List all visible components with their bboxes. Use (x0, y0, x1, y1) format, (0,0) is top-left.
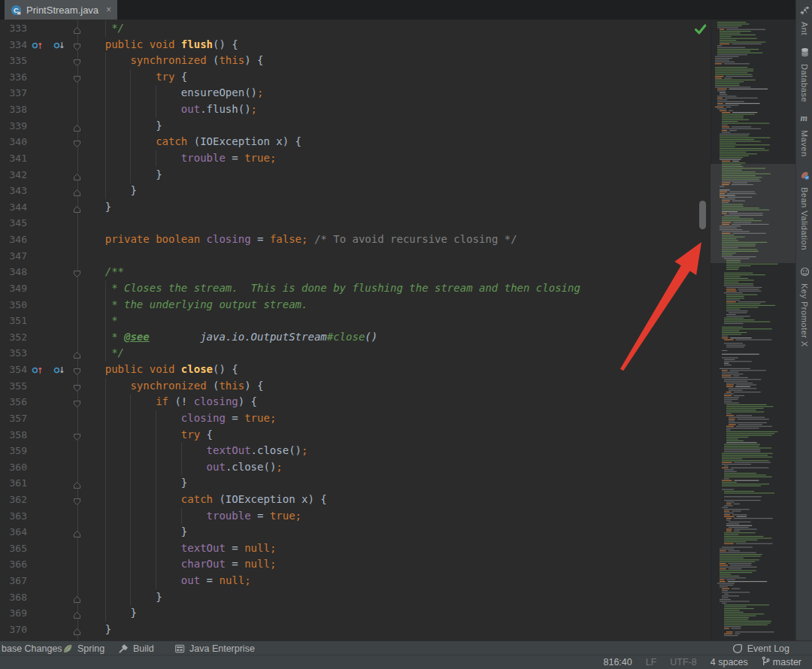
code-text[interactable]: public void close() { (80, 362, 238, 378)
stripe-tab-maven[interactable]: mMaven (796, 113, 812, 157)
code-text[interactable]: synchronized (this) { (80, 53, 263, 69)
code-line[interactable]: 369 } (0, 605, 710, 622)
code-line[interactable]: 334 public void flush() { (0, 37, 710, 53)
code-text[interactable]: * (80, 313, 118, 329)
tab-close-icon[interactable]: × (106, 5, 111, 15)
code-line[interactable]: 367 out = null; (0, 573, 710, 589)
code-line[interactable]: 364 } (0, 524, 710, 540)
toolwindow-button-event-log[interactable]: Event Log (732, 641, 789, 655)
code-line[interactable]: 354 public void close() { (0, 362, 710, 378)
code-line[interactable]: 344 } (0, 199, 710, 216)
minimap-viewport[interactable] (710, 164, 795, 263)
code-line[interactable]: 365 textOut = null; (0, 540, 710, 557)
code-line[interactable]: 359 textOut.close(); (0, 443, 710, 459)
code-line[interactable]: 361 } (0, 475, 710, 492)
code-text[interactable]: out.flush(); (80, 101, 257, 118)
code-text[interactable]: closing = true; (80, 410, 276, 427)
stripe-tab-ant[interactable]: Ant (796, 5, 812, 35)
code-line[interactable]: 333 */ (0, 20, 710, 37)
overrides-up-icon[interactable] (32, 365, 43, 378)
code-line[interactable]: 363 trouble = true; (0, 508, 710, 525)
encoding-widget[interactable]: UTF-8 (670, 657, 696, 667)
code-line[interactable]: 338 out.flush(); (0, 101, 710, 118)
stripe-tab-database[interactable]: Database (796, 47, 812, 102)
code-text[interactable]: trouble = true; (80, 150, 276, 167)
code-minimap[interactable] (710, 20, 796, 640)
code-line[interactable]: 343 } (0, 183, 710, 199)
code-text[interactable]: catch (IOException x) { (80, 492, 327, 508)
code-text[interactable]: * @see java.io.OutputStream#close() (80, 329, 377, 346)
line-separator-widget[interactable]: LF (646, 657, 657, 667)
code-line[interactable]: 342 } (0, 167, 710, 183)
code-line[interactable]: 347 (0, 248, 710, 265)
code-text[interactable]: } (80, 167, 162, 183)
code-line[interactable]: 350 * the underlying output stream. (0, 297, 710, 313)
code-text[interactable]: * Closes the stream. This is done by flu… (80, 280, 580, 297)
toolwindow-button-build[interactable]: Build (118, 641, 154, 655)
stripe-tab-bean-validation[interactable]: Bean Validation (796, 170, 812, 250)
code-text[interactable]: } (80, 199, 111, 216)
code-line[interactable]: 368 } (0, 589, 710, 606)
caret-position-widget[interactable]: 816:40 (604, 657, 632, 667)
code-text[interactable]: */ (80, 345, 124, 362)
code-line[interactable]: 352 * @see java.io.OutputStream#close() (0, 329, 710, 346)
code-text[interactable]: */ (80, 20, 124, 37)
code-text[interactable]: charOut = null; (80, 556, 276, 573)
code-line[interactable]: 356 if (! closing) { (0, 394, 710, 410)
code-line[interactable]: 358 try { (0, 427, 710, 443)
code-text[interactable]: } (80, 118, 162, 135)
stripe-tab-key-promoter-x[interactable]: Key Promoter X (796, 266, 812, 347)
code-line[interactable]: 341 trouble = true; (0, 150, 710, 167)
code-line[interactable]: 355 synchronized (this) { (0, 378, 710, 395)
code-text[interactable]: catch (IOException x) { (80, 134, 301, 150)
indent-widget[interactable]: 4 spaces (710, 657, 748, 667)
code-text[interactable]: textOut.close(); (80, 443, 308, 459)
code-editor[interactable]: 333 */334 public void flush() {335 synch… (0, 20, 710, 640)
code-text[interactable]: * the underlying output stream. (80, 297, 308, 313)
code-line[interactable]: 348 /** (0, 264, 710, 280)
tab-printstream-java[interactable]: C PrintStream.java × (5, 0, 117, 20)
overridden-down-icon[interactable] (53, 40, 65, 53)
code-line[interactable]: 336 try { (0, 69, 710, 86)
code-text[interactable]: public void flush() { (80, 37, 238, 53)
git-branch-widget[interactable]: master (762, 656, 801, 668)
toolwindow-button-java-enterprise[interactable]: Java Enterprise (174, 641, 255, 655)
code-line[interactable]: 366 charOut = null; (0, 556, 710, 573)
code-line[interactable]: 362 catch (IOException x) { (0, 492, 710, 508)
code-text[interactable]: ensureOpen(); (80, 85, 263, 101)
code-text[interactable]: } (80, 524, 187, 540)
toolwindow-button-spring[interactable]: Spring (62, 641, 105, 655)
code-text[interactable]: } (80, 183, 137, 199)
code-line[interactable]: 360 out.close(); (0, 459, 710, 476)
code-text[interactable]: } (80, 475, 187, 492)
code-line[interactable]: 351 * (0, 313, 710, 329)
code-text[interactable]: } (80, 622, 111, 638)
code-line[interactable]: 337 ensureOpen(); (0, 85, 710, 101)
overrides-up-icon[interactable] (32, 40, 43, 53)
code-text[interactable]: textOut = null; (80, 540, 276, 557)
toolwindow-button-base-changes[interactable]: base Changes (2, 641, 62, 655)
code-line[interactable]: 345 (0, 215, 710, 232)
code-text[interactable]: } (80, 589, 162, 606)
code-line[interactable]: 335 synchronized (this) { (0, 53, 710, 69)
code-line[interactable]: 370 } (0, 622, 710, 638)
code-text[interactable]: private boolean closing = false; /* To a… (80, 232, 517, 248)
code-text[interactable]: try { (80, 427, 213, 443)
code-text[interactable]: synchronized (this) { (80, 378, 263, 395)
code-line[interactable]: 339 } (0, 118, 710, 135)
code-line[interactable]: 357 closing = true; (0, 410, 710, 427)
inspections-ok-icon[interactable] (694, 23, 707, 38)
code-text[interactable]: /** (80, 264, 124, 280)
code-text[interactable]: if (! closing) { (80, 394, 257, 410)
code-line[interactable]: 340 catch (IOException x) { (0, 134, 710, 150)
code-text[interactable]: } (80, 605, 137, 622)
overridden-down-icon[interactable] (53, 365, 65, 378)
code-text[interactable]: out.close(); (80, 459, 283, 476)
code-text[interactable]: trouble = true; (80, 508, 301, 525)
code-line[interactable]: 353 */ (0, 345, 710, 362)
code-line[interactable]: 346 private boolean closing = false; /* … (0, 232, 710, 248)
code-line[interactable]: 349 * Closes the stream. This is done by… (0, 280, 710, 297)
code-text[interactable]: try { (80, 69, 187, 86)
code-text[interactable]: out = null; (80, 573, 251, 589)
editor-scrollbar-thumb[interactable] (699, 201, 706, 229)
